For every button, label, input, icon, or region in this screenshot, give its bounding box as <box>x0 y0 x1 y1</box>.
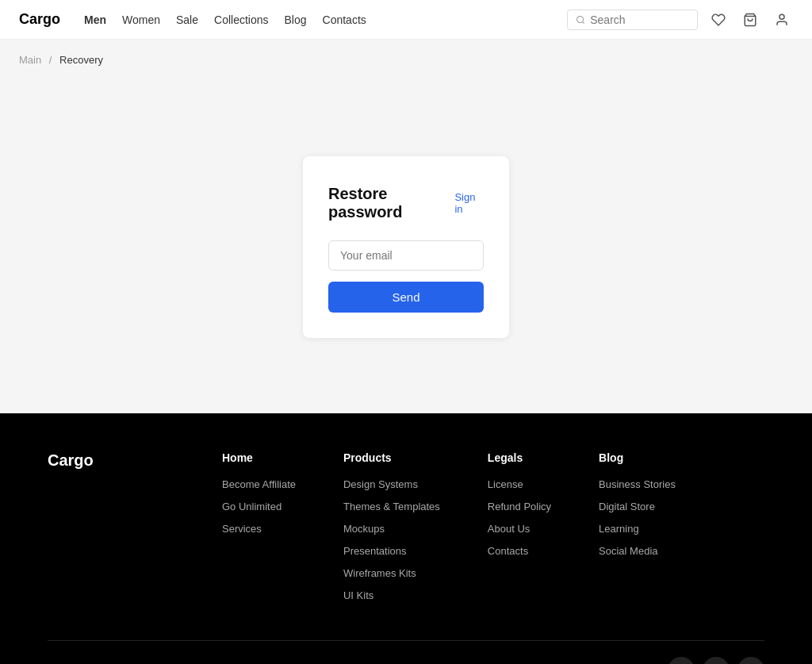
social-icons <box>668 657 764 664</box>
footer-link-presentations[interactable]: Presentations <box>343 545 407 557</box>
footer-link-contacts[interactable]: Contacts <box>488 545 528 557</box>
footer-col-products: Products Design Systems Themes & Templat… <box>343 451 440 602</box>
list-item: Contacts <box>488 543 551 558</box>
footer-logo: Cargo <box>48 451 174 470</box>
footer: Cargo Home Become Affiliate Go Unlimited… <box>0 413 812 664</box>
footer-link-digital-store[interactable]: Digital Store <box>599 501 655 512</box>
list-item: License <box>488 477 551 491</box>
footer-link-wireframes[interactable]: Wireframes Kits <box>343 567 416 579</box>
breadcrumb-main[interactable]: Main <box>19 54 41 66</box>
wishlist-button[interactable] <box>707 9 730 31</box>
nav-item-men[interactable]: Men <box>84 13 106 26</box>
list-item: Themes & Templates <box>343 499 440 513</box>
footer-col-products-heading: Products <box>343 451 440 464</box>
footer-link-refund-policy[interactable]: Refund Policy <box>488 501 551 512</box>
footer-brand: Cargo <box>48 451 174 602</box>
list-item: About Us <box>488 521 551 535</box>
header-right <box>567 9 793 31</box>
footer-col-blog: Blog Business Stories Digital Store Lear… <box>599 451 676 602</box>
footer-link-design-systems[interactable]: Design Systems <box>343 478 418 490</box>
list-item: Wireframes Kits <box>343 566 440 580</box>
footer-link-mockups[interactable]: Mockups <box>343 523 385 535</box>
footer-col-legals-links: License Refund Policy About Us Contacts <box>488 477 551 558</box>
list-item: Services <box>222 521 296 535</box>
footer-link-ui-kits[interactable]: UI Kits <box>343 589 373 601</box>
email-field[interactable] <box>328 240 484 271</box>
footer-link-about-us[interactable]: About Us <box>488 523 530 535</box>
send-button[interactable]: Send <box>328 282 484 313</box>
svg-point-3 <box>779 14 784 19</box>
breadcrumb-separator: / <box>49 54 52 66</box>
footer-col-legals: Legals License Refund Policy About Us Co… <box>488 451 551 602</box>
list-item: Learning <box>599 521 676 535</box>
main-nav: Men Women Sale Collections Blog Contacts <box>84 13 567 26</box>
heart-icon <box>711 13 726 27</box>
list-item: Digital Store <box>599 499 676 513</box>
nav-item-blog[interactable]: Blog <box>285 13 307 26</box>
card-header: Restore password Sign in <box>328 185 484 221</box>
card-title: Restore password <box>328 185 454 221</box>
footer-link-themes-templates[interactable]: Themes & Templates <box>343 501 440 512</box>
sign-in-link[interactable]: Sign in <box>454 191 484 215</box>
footer-col-legals-heading: Legals <box>488 451 551 464</box>
footer-link-services[interactable]: Services <box>222 523 262 535</box>
nav-item-contacts[interactable]: Contacts <box>323 13 366 26</box>
list-item: Social Media <box>599 543 676 558</box>
breadcrumb-current: Recovery <box>59 54 103 66</box>
list-item: Presentations <box>343 543 440 558</box>
facebook-button[interactable] <box>668 657 695 664</box>
nav-item-women[interactable]: Women <box>122 13 160 26</box>
restore-password-card: Restore password Sign in Send <box>303 156 509 338</box>
footer-col-home-heading: Home <box>222 451 296 464</box>
footer-col-blog-links: Business Stories Digital Store Learning … <box>599 477 676 558</box>
footer-bottom: Copyright © 2020 <box>48 640 764 664</box>
list-item: Business Stories <box>599 477 676 491</box>
bag-icon <box>743 13 757 27</box>
list-item: Mockups <box>343 521 440 535</box>
footer-cols: Home Become Affiliate Go Unlimited Servi… <box>222 451 764 602</box>
header: Cargo Men Women Sale Collections Blog Co… <box>0 0 812 40</box>
breadcrumb: Main / Recovery <box>0 40 812 80</box>
list-item: Design Systems <box>343 477 440 491</box>
list-item: Refund Policy <box>488 499 551 513</box>
user-icon <box>775 13 789 27</box>
list-item: Become Affiliate <box>222 477 296 491</box>
footer-top: Cargo Home Become Affiliate Go Unlimited… <box>48 451 764 602</box>
footer-link-license[interactable]: License <box>488 478 523 490</box>
search-input[interactable] <box>590 13 689 26</box>
nav-item-sale[interactable]: Sale <box>176 13 198 26</box>
footer-link-go-unlimited[interactable]: Go Unlimited <box>222 501 282 512</box>
footer-col-home-links: Become Affiliate Go Unlimited Services <box>222 477 296 535</box>
cart-button[interactable] <box>739 9 761 31</box>
twitter-button[interactable] <box>737 657 764 664</box>
nav-item-collections[interactable]: Collections <box>214 13 268 26</box>
footer-col-home: Home Become Affiliate Go Unlimited Servi… <box>222 451 296 602</box>
footer-link-learning[interactable]: Learning <box>599 523 639 535</box>
instagram-button[interactable] <box>703 657 730 664</box>
account-button[interactable] <box>771 9 793 31</box>
main-content: Restore password Sign in Send <box>0 80 812 413</box>
footer-col-products-links: Design Systems Themes & Templates Mockup… <box>343 477 440 602</box>
footer-link-social-media[interactable]: Social Media <box>599 545 657 557</box>
search-bar[interactable] <box>567 10 698 30</box>
svg-point-0 <box>577 16 584 22</box>
search-icon <box>576 14 585 25</box>
footer-link-business-stories[interactable]: Business Stories <box>599 478 676 490</box>
logo: Cargo <box>19 11 60 28</box>
footer-col-blog-heading: Blog <box>599 451 676 464</box>
list-item: Go Unlimited <box>222 499 296 513</box>
footer-link-become-affiliate[interactable]: Become Affiliate <box>222 478 296 490</box>
list-item: UI Kits <box>343 588 440 602</box>
svg-line-1 <box>582 21 584 23</box>
